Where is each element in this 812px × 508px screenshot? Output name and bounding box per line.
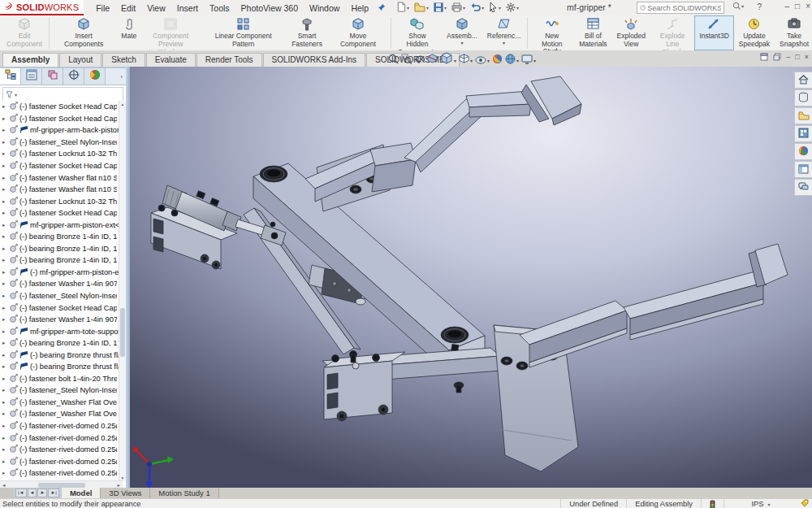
print-button[interactable]: ▾ xyxy=(449,2,468,14)
expand-arrow-icon[interactable]: ▸ xyxy=(2,103,9,110)
tree-item[interactable]: ▸(-) bearing Bronze 1-4in ID, 13-3 xyxy=(0,231,119,243)
expand-arrow-icon[interactable]: ▸ xyxy=(2,293,9,299)
panel-tab-dimxpertmanager[interactable] xyxy=(63,68,84,85)
print-caret[interactable]: ▾ xyxy=(463,5,465,11)
tree-item[interactable]: ▸(-) bearing Bronze thrust flat xyxy=(0,361,119,373)
panel-tab-featuremanager-tree[interactable] xyxy=(0,68,21,85)
expand-arrow-icon[interactable]: ▸ xyxy=(2,175,9,181)
expand-arrow-icon[interactable]: ▸ xyxy=(2,410,9,417)
zoom-area-button[interactable] xyxy=(401,53,412,67)
task-pane-view-palette-button[interactable] xyxy=(794,125,812,142)
tree-item[interactable]: ▸(-) fastener bolt 1-4in-20 Thread xyxy=(0,373,119,385)
tree-item[interactable]: ▸(-) fastener-rivet-domed 0.25dia xyxy=(0,444,119,456)
menu-help[interactable]: Help xyxy=(345,2,374,15)
unit-system-selector[interactable]: IPS▾ xyxy=(723,499,797,508)
expand-arrow-icon[interactable]: ▸ xyxy=(2,186,9,193)
tab-nav-previous[interactable]: ◄ xyxy=(28,488,37,497)
filter-caret[interactable]: ▾ xyxy=(15,92,17,98)
task-pane-home-button[interactable] xyxy=(794,72,812,89)
expand-arrow-icon[interactable]: ▸ xyxy=(2,245,9,252)
display-style-button[interactable]: ▾ xyxy=(459,53,473,67)
expand-arrow-icon[interactable]: ▸ xyxy=(2,163,9,169)
expand-arrow-icon[interactable]: ▸ xyxy=(2,198,9,205)
smart-fasteners-button[interactable]: Smart Fasteners xyxy=(287,15,327,50)
expand-arrow-icon[interactable]: ▸ xyxy=(2,376,9,382)
reference-geometry-caret[interactable]: ▾ xyxy=(503,41,505,46)
expand-arrow-icon[interactable]: ▸ xyxy=(2,280,9,287)
expand-arrow-icon[interactable]: ▸ xyxy=(2,458,9,465)
search-button[interactable]: ▾ xyxy=(732,2,744,11)
tab-layout[interactable]: Layout xyxy=(59,53,102,67)
show-hidden-button[interactable]: Show Hidden Components xyxy=(393,15,442,50)
scroll-up-arrow[interactable]: ▴ xyxy=(119,102,126,106)
task-pane-forum-button[interactable] xyxy=(794,179,812,196)
expand-arrow-icon[interactable]: ▸ xyxy=(2,470,9,476)
task-pane-appearances-scenes-button[interactable] xyxy=(794,143,812,160)
view-settings-button[interactable]: ▾ xyxy=(521,53,536,67)
graphics-viewport[interactable] xyxy=(130,67,812,488)
save-caret[interactable]: ▾ xyxy=(444,5,447,11)
options-button[interactable]: ▾ xyxy=(503,2,521,14)
tab-nav-first[interactable]: |◄ xyxy=(15,488,27,497)
tab-render-tools[interactable]: Render Tools xyxy=(197,53,262,67)
motion-study-button[interactable]: New Motion Study xyxy=(529,15,574,50)
expand-arrow-icon[interactable]: ▸ xyxy=(2,210,9,216)
expand-arrow-icon[interactable]: ▸ xyxy=(2,328,9,335)
select-button[interactable]: ▾ xyxy=(486,2,503,14)
tree-item[interactable]: ▸(-) bearing Bronze thrust flat xyxy=(0,349,119,361)
insert-components-button[interactable]: Insert Components▾ xyxy=(51,15,116,50)
edit-appearance-button[interactable] xyxy=(492,53,503,67)
tree-item[interactable]: ▸mf-gripper-arm-back-piston- xyxy=(0,124,119,137)
tree-item[interactable]: ▸(-) fastener Washer 1-4in 90785A xyxy=(0,314,119,326)
bom-button[interactable]: Bill of Materials xyxy=(574,15,611,50)
expand-arrow-icon[interactable]: ▸ xyxy=(2,305,9,311)
tree-filter-input[interactable]: ▾ xyxy=(2,87,123,102)
mate-button[interactable]: Mate xyxy=(116,15,141,50)
menu-window[interactable]: Window xyxy=(304,2,345,15)
tab-assembly[interactable]: Assembly xyxy=(2,53,58,67)
expand-arrow-icon[interactable]: ▸ xyxy=(2,387,9,393)
tree-item[interactable]: ▸(-) fastener Socket Head Cap Scr xyxy=(0,207,119,219)
expand-arrow-icon[interactable]: ▸ xyxy=(2,435,9,441)
expand-arrow-icon[interactable]: ▸ xyxy=(2,352,9,358)
menu-view[interactable]: View xyxy=(141,2,171,15)
tree-item[interactable]: ▸(-) fastener Locknut 10-32 Threac xyxy=(0,148,119,160)
select-caret[interactable]: ▾ xyxy=(499,5,501,11)
assembly-features-button[interactable]: Assemb...▾ xyxy=(442,15,482,50)
open-caret[interactable]: ▾ xyxy=(426,5,429,11)
speedpak-button[interactable]: Update Speedpak xyxy=(734,15,775,50)
minimize-button[interactable]: – xyxy=(785,2,790,11)
apply-scene-caret[interactable]: ▾ xyxy=(516,58,519,63)
pin-menu-icon[interactable] xyxy=(378,3,386,13)
panel-tab-displaymanager[interactable] xyxy=(84,68,106,85)
snapshot-button[interactable]: Take Snapshot xyxy=(775,15,812,50)
expand-arrow-icon[interactable]: ▸ xyxy=(2,340,9,346)
apply-scene-button[interactable]: ▾ xyxy=(505,53,519,67)
cascade-window-icon[interactable] xyxy=(773,53,781,61)
zoom-fit-button[interactable] xyxy=(388,53,399,67)
bottom-tab-motion-study-1[interactable]: Motion Study 1 xyxy=(150,488,218,498)
hide-show-items-caret[interactable]: ▾ xyxy=(487,58,490,63)
tab-nav-next[interactable]: ► xyxy=(37,488,47,497)
menu-insert[interactable]: Insert xyxy=(171,2,204,15)
tree-item[interactable]: ▸(-) fastener Washer flat n10 Screv xyxy=(0,172,119,184)
tree-item[interactable]: ▸(-) fastener-rivet-domed 0.25dia xyxy=(0,467,119,480)
new-window-icon[interactable] xyxy=(760,53,768,61)
panel-tab-overflow[interactable]: › xyxy=(106,68,126,85)
expand-arrow-icon[interactable]: ▸ xyxy=(2,269,9,276)
expand-arrow-icon[interactable]: ▸ xyxy=(2,316,9,323)
view-settings-caret[interactable]: ▾ xyxy=(533,58,536,63)
expand-arrow-icon[interactable]: ▸ xyxy=(2,222,9,228)
restore-button[interactable]: □ xyxy=(795,2,800,11)
expand-arrow-icon[interactable]: ▸ xyxy=(2,257,9,263)
exploded-view-button[interactable]: Exploded View xyxy=(612,15,650,50)
doc-close-button[interactable]: × xyxy=(805,53,809,61)
units-caret[interactable]: ▾ xyxy=(767,501,770,507)
expand-arrow-icon[interactable]: ▸ xyxy=(2,423,9,429)
new-document-button[interactable]: ▾ xyxy=(394,2,412,14)
hide-show-items-button[interactable]: ▾ xyxy=(475,53,490,67)
task-pane-custom-properties-button[interactable] xyxy=(794,161,812,178)
task-pane-design-library-button[interactable] xyxy=(794,89,812,106)
task-pane-file-explorer-button[interactable] xyxy=(794,107,812,124)
close-button[interactable]: × xyxy=(806,2,810,11)
